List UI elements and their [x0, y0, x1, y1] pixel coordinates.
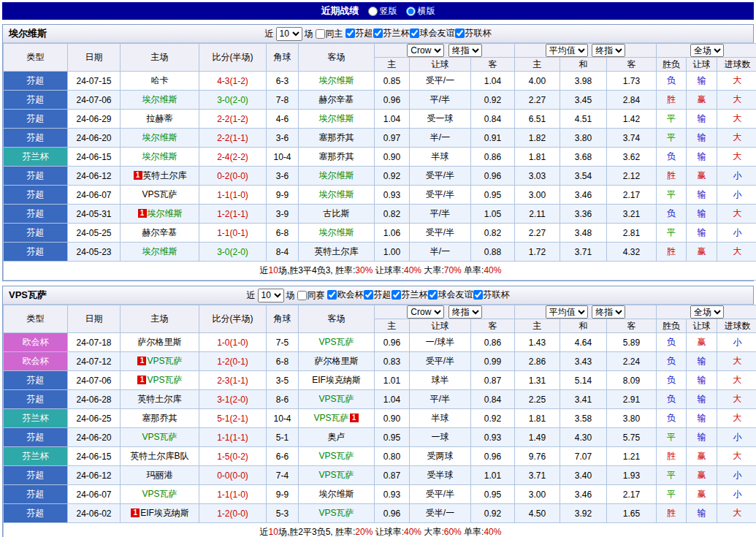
goals-result: 大: [717, 447, 756, 466]
odds-time-select[interactable]: 终指: [448, 44, 482, 57]
league-checkbox[interactable]: [392, 290, 401, 300]
horizontal-radio[interactable]: [406, 7, 416, 16]
match-row: 芬超24-05-23埃尔维斯3-0(2-0)8-4英特土尔库1.00半/一0.8…: [4, 243, 756, 262]
league-checkbox[interactable]: [364, 290, 373, 300]
goals-result: 小: [717, 224, 756, 243]
matches-table: 类型 日期 主场 比分(半场) 角球 客场 Crow 终指 平均值 终指: [3, 305, 756, 537]
vertical-radio[interactable]: [368, 7, 378, 16]
corner-count: 9-9: [267, 485, 299, 504]
euro-company-select[interactable]: 平均值: [546, 44, 588, 57]
wdl-result: 胜: [657, 504, 687, 523]
asian-handicap: 受一球: [410, 110, 471, 129]
odds-time-select[interactable]: 终指: [448, 305, 482, 319]
away-team: 埃尔维斯: [299, 224, 375, 243]
corner-count: 3-5: [267, 371, 299, 390]
summary-segment: 单率:: [462, 265, 484, 275]
league-type-badge: 芬超: [4, 224, 68, 243]
page: 近期战绩 竖版 横版 埃尔维斯 近 10 场 同主 芬超芬兰杯球会友谊芬联杯: [2, 2, 754, 537]
team-text: 英特土尔库B队: [130, 451, 188, 461]
asian-handicap: 半球: [410, 409, 471, 428]
league-checkbox[interactable]: [410, 28, 419, 38]
match-date: 24-06-20: [68, 428, 121, 447]
euro-draw-odds: 3.58: [560, 409, 607, 428]
home-team: 英特土尔库: [121, 390, 199, 409]
summary-segment: 40%: [484, 265, 501, 275]
col-wdl: 胜负: [657, 58, 687, 72]
matches-body: 芬超24-07-15哈卡4-3(1-2)6-3埃尔维斯0.85受平/一1.044…: [4, 72, 756, 281]
league-type-badge: 芬兰杯: [4, 148, 68, 167]
same-venue-checkbox[interactable]: [316, 29, 325, 39]
team-text: 埃尔维斯: [142, 151, 177, 161]
league-filter[interactable]: 芬兰杯: [373, 27, 410, 39]
games-count-select[interactable]: 10: [258, 289, 284, 302]
euro-away-odds: 2.84: [607, 91, 657, 110]
same-venue-checkbox[interactable]: [297, 291, 307, 300]
league-checkbox[interactable]: [473, 290, 483, 300]
euro-home-odds: 1.81: [515, 148, 560, 167]
layout-option-vertical[interactable]: 竖版: [368, 5, 397, 18]
odds-company-select[interactable]: Crow: [407, 305, 444, 319]
league-checkbox[interactable]: [373, 28, 383, 38]
euro-home-odds: 3.71: [515, 466, 560, 485]
euro-draw-odds: 3.40: [560, 466, 607, 485]
euro-home-odds: 3.00: [515, 186, 560, 205]
euro-away-odds: 1.65: [607, 504, 657, 523]
wdl-result: 平: [657, 186, 687, 205]
same-venue-filter[interactable]: 同赛: [297, 289, 325, 302]
home-team: 玛丽港: [121, 466, 199, 485]
games-count-select[interactable]: 10: [276, 27, 302, 41]
league-filter[interactable]: 芬兰杯: [392, 289, 428, 301]
asian-home-odds: 0.96: [375, 333, 410, 352]
match-date: 24-07-15: [68, 72, 121, 91]
col-score: 比分(半场): [199, 44, 267, 72]
league-checkbox[interactable]: [327, 290, 337, 300]
away-team: 奥卢: [299, 428, 375, 447]
red-card-badge: 1: [138, 209, 147, 218]
team-text: 拉赫蒂: [147, 113, 173, 123]
team-text: 赫尔辛基: [319, 94, 354, 104]
team-name-title: 埃尔维斯: [9, 27, 47, 40]
scope-controls: 全场: [657, 44, 756, 58]
team-text: VPS瓦萨: [318, 337, 354, 347]
match-score: 1-2(0-0): [199, 504, 267, 523]
odds-company-select[interactable]: Crow: [407, 44, 444, 57]
away-team: 塞那乔其: [299, 148, 375, 167]
euro-time-select[interactable]: 终指: [592, 44, 625, 57]
league-filter[interactable]: 球会友谊: [410, 27, 455, 39]
team-text: VPS瓦萨: [318, 508, 354, 518]
euro-away-odds: 2.17: [607, 485, 657, 504]
league-filter[interactable]: 球会友谊: [428, 289, 473, 301]
euro-time-select[interactable]: 终指: [592, 305, 625, 319]
corner-count: 6-6: [267, 447, 299, 466]
asian-handicap: 受平/半: [410, 186, 471, 205]
goals-result: 大: [717, 371, 756, 390]
league-filter[interactable]: 芬超: [364, 289, 392, 301]
layout-option-horizontal[interactable]: 横版: [406, 5, 435, 18]
match-score: 3-0(2-0): [199, 243, 267, 262]
league-type-badge: 芬兰杯: [4, 409, 68, 428]
scope-select[interactable]: 全场: [690, 44, 724, 57]
same-venue-filter[interactable]: 同主: [316, 28, 343, 40]
euro-home-odds: 2.86: [515, 352, 560, 371]
euro-away-odds: 5.89: [607, 333, 657, 352]
euro-company-select[interactable]: 平均值: [546, 305, 588, 319]
handicap-result: 输: [687, 390, 717, 409]
col-home: 主场: [121, 305, 199, 333]
league-filter[interactable]: 欧会杯: [327, 289, 364, 301]
league-type-badge: 芬超: [4, 243, 68, 262]
league-filter[interactable]: 芬联杯: [455, 27, 492, 39]
red-card-badge: 1: [137, 357, 146, 365]
euro-draw-odds: 3.54: [560, 167, 607, 186]
team-text: 萨尔格里斯: [138, 337, 182, 347]
corner-count: 3-6: [267, 167, 299, 186]
euro-away-odds: 3.21: [607, 205, 657, 224]
team-text: 埃尔维斯: [319, 75, 354, 85]
team-text: VPS瓦萨: [318, 394, 354, 404]
scope-select[interactable]: 全场: [690, 305, 724, 319]
league-checkbox[interactable]: [345, 28, 355, 38]
league-checkbox[interactable]: [428, 290, 438, 300]
league-checkbox[interactable]: [455, 28, 465, 38]
league-filter[interactable]: 芬联杯: [473, 289, 510, 301]
league-filter[interactable]: 芬超: [345, 27, 373, 39]
match-score: 3-1(2-0): [199, 390, 267, 409]
